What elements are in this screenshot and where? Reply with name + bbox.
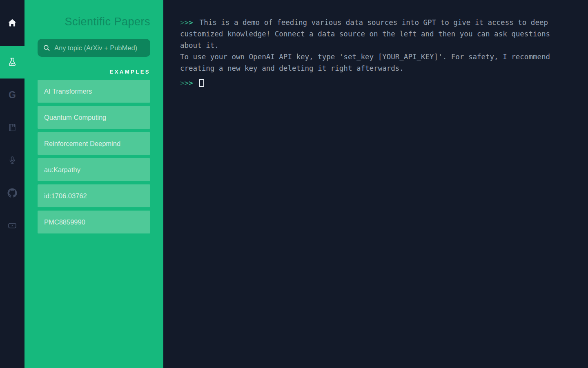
example-list: AI Transformers Quantum Computing Reinfo… xyxy=(38,80,150,233)
example-button-quantum-computing[interactable]: Quantum Computing xyxy=(38,106,150,129)
prompt-chevrons: >>> xyxy=(180,79,193,87)
example-button-arxiv-id[interactable]: id:1706.03762 xyxy=(38,184,150,207)
google-icon: G xyxy=(9,90,16,101)
journal-bookmark-icon xyxy=(8,123,17,132)
examples-label: EXAMPLES xyxy=(38,69,150,75)
terminal-text: customized knowledge! Connect a data sou… xyxy=(180,28,564,40)
terminal-cursor xyxy=(199,79,204,87)
github-icon xyxy=(7,188,17,198)
youtube-icon xyxy=(7,221,17,231)
flask-icon xyxy=(7,57,18,67)
example-button-reinforcement-deepmind[interactable]: Reinforcement Deepmind xyxy=(38,132,150,155)
icon-rail: G xyxy=(0,0,24,368)
home-icon xyxy=(7,18,17,28)
terminal-line: >>>This is a demo of feeding various dat… xyxy=(180,17,564,28)
prompt-chevrons: >>> xyxy=(180,18,193,27)
terminal-text: This is a demo of feeding various data s… xyxy=(200,18,548,27)
page-title: Scientific Papers xyxy=(38,16,150,28)
rail-item-youtube[interactable] xyxy=(0,209,24,242)
example-button-pmc-id[interactable]: PMC8859990 xyxy=(38,211,150,233)
papers-panel: Scientific Papers EXAMPLES AI Transforme… xyxy=(24,0,163,368)
search-box[interactable] xyxy=(38,39,150,57)
rail-item-microphone[interactable] xyxy=(0,144,24,177)
search-input[interactable] xyxy=(54,44,145,52)
rail-item-google[interactable]: G xyxy=(0,79,24,111)
terminal-text: about it. xyxy=(180,40,564,51)
rail-item-papers[interactable] xyxy=(0,46,24,79)
example-button-ai-transformers[interactable]: AI Transformers xyxy=(38,80,150,103)
terminal-output: >>>This is a demo of feeding various dat… xyxy=(163,0,588,368)
rail-item-journal[interactable] xyxy=(0,111,24,144)
example-button-au-karpathy[interactable]: au:Karpathy xyxy=(38,158,150,181)
rail-item-home[interactable] xyxy=(0,7,24,39)
terminal-text: To use your own OpenAI API key, type 'se… xyxy=(180,51,564,63)
rail-item-github[interactable] xyxy=(0,177,24,209)
terminal-input-line[interactable]: >>> xyxy=(180,77,564,89)
search-icon xyxy=(43,44,50,52)
microphone-icon xyxy=(8,156,17,165)
terminal-text: creating a new key and deleting it right… xyxy=(180,63,564,74)
